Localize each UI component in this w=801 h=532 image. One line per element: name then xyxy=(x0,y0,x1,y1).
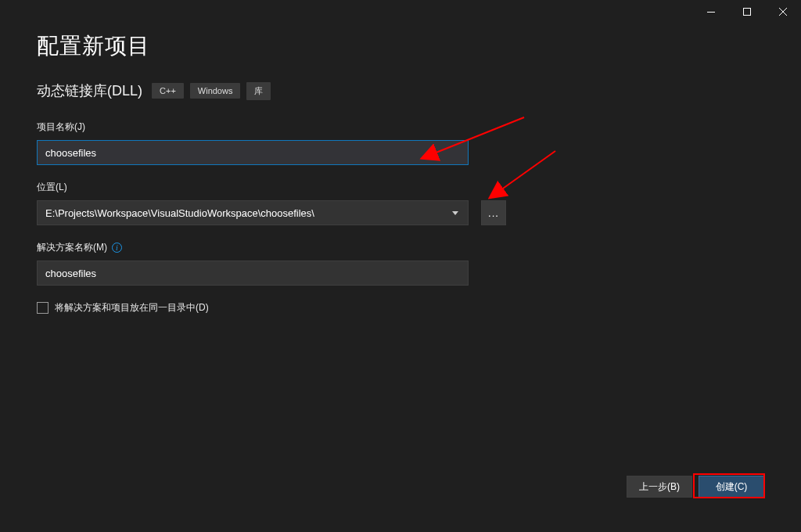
close-icon xyxy=(779,8,787,16)
location-field: 位置(L) E:\Projects\Workspace\VisualStudio… xyxy=(37,181,764,225)
page-title: 配置新项目 xyxy=(37,31,764,61)
create-label: 创建(C) xyxy=(716,480,748,494)
browse-button[interactable]: ... xyxy=(481,200,506,225)
location-combo[interactable]: E:\Projects\Workspace\VisualStudioWorksp… xyxy=(37,200,469,225)
minimize-icon xyxy=(707,12,715,13)
project-name-label: 项目名称(J) xyxy=(37,120,764,134)
svg-rect-0 xyxy=(707,12,715,13)
footer-buttons: 上一步(B) 创建(C) xyxy=(627,476,764,498)
chevron-down-icon xyxy=(452,211,458,215)
maximize-button[interactable] xyxy=(729,0,765,23)
svg-rect-1 xyxy=(744,9,751,16)
back-button[interactable]: 上一步(B) xyxy=(627,476,692,498)
project-name-input[interactable] xyxy=(37,140,469,165)
solution-name-field: 解决方案名称(M) i xyxy=(37,241,764,286)
solution-name-label: 解决方案名称(M) xyxy=(37,241,107,254)
maximize-icon xyxy=(743,8,751,16)
same-dir-label: 将解决方案和项目放在同一目录中(D) xyxy=(55,301,209,315)
close-button[interactable] xyxy=(765,0,801,23)
solution-name-input[interactable] xyxy=(37,261,469,286)
tag: 库 xyxy=(246,82,271,100)
template-row: 动态链接库(DLL) C++ Windows 库 xyxy=(37,81,764,100)
browse-label: ... xyxy=(488,207,499,219)
location-value: E:\Projects\Workspace\VisualStudioWorksp… xyxy=(45,207,314,219)
template-name: 动态链接库(DLL) xyxy=(37,81,142,100)
create-button[interactable]: 创建(C) xyxy=(699,476,764,498)
tag: Windows xyxy=(190,83,241,99)
minimize-button[interactable] xyxy=(693,0,729,23)
info-icon[interactable]: i xyxy=(112,243,122,253)
project-name-field: 项目名称(J) xyxy=(37,120,764,165)
same-dir-row[interactable]: 将解决方案和项目放在同一目录中(D) xyxy=(37,301,764,315)
back-label: 上一步(B) xyxy=(639,480,680,494)
titlebar xyxy=(693,0,801,23)
tag: C++ xyxy=(152,83,184,99)
same-dir-checkbox[interactable] xyxy=(37,302,48,314)
location-label: 位置(L) xyxy=(37,181,764,194)
